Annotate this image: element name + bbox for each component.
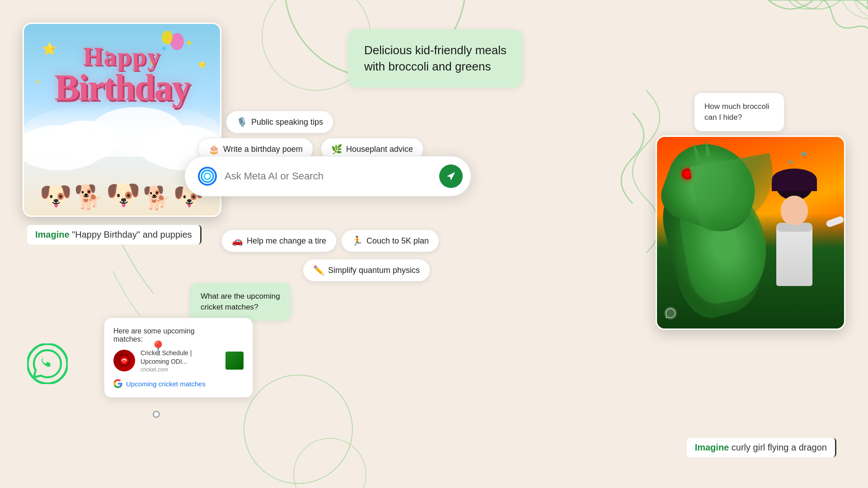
search-bar xyxy=(184,156,471,197)
pill-quantum[interactable]: ✏️ Simplify quantum physics xyxy=(303,259,430,282)
broccoli-chat-bubble: How much broccoli can I hide? xyxy=(694,93,784,131)
star-decoration-3: ⭐ xyxy=(197,60,206,69)
pill-public-speaking[interactable]: 🎙️ Public speaking tips xyxy=(226,111,333,133)
watermark xyxy=(664,306,677,322)
svg-point-3 xyxy=(294,438,366,488)
imagine-dragon-caption: Imagine curly girl flying a dragon xyxy=(687,438,836,457)
pill-label-couch-5k: Couch to 5K plan xyxy=(366,236,429,246)
google-link-label: Upcoming cricket matches xyxy=(126,380,206,388)
cricket-google-link[interactable]: Upcoming cricket matches xyxy=(113,379,244,388)
puppy-3: 🐶 xyxy=(106,178,141,211)
puppy-1: 🐶 xyxy=(39,180,72,211)
car-icon: 🚗 xyxy=(232,235,243,246)
cricket-result-card: Here are some upcomingmatches: Cricket S… xyxy=(104,318,253,398)
meta-ai-logo xyxy=(197,166,217,186)
result-thumbnail xyxy=(225,352,244,370)
google-icon xyxy=(113,379,122,388)
puzzle-decoration xyxy=(719,0,868,108)
svg-point-9 xyxy=(122,358,127,363)
puppy-2: 🐕 xyxy=(74,183,103,211)
pencil-icon: ✏️ xyxy=(313,265,324,276)
svg-point-5 xyxy=(202,170,213,182)
cricket-query-text: What are the upcomingcricket matches? xyxy=(201,292,280,311)
cricket-intro-text: Here are some upcomingmatches: xyxy=(113,327,244,343)
pill-label-quantum: Simplify quantum physics xyxy=(328,266,420,275)
imagine-birthday-caption: Imagine "Happy Birthday" and puppies xyxy=(27,225,202,244)
cricket-result-url: cricket.com xyxy=(141,366,220,373)
pill-label-public-speaking: Public speaking tips xyxy=(251,117,323,127)
imagine-word-birthday: Imagine xyxy=(35,230,70,239)
meals-text: Delicious kid-friendly mealswith broccol… xyxy=(364,43,507,73)
pill-label-houseplant: Houseplant advice xyxy=(346,145,413,154)
search-submit-button[interactable] xyxy=(439,164,463,188)
cricket-logo xyxy=(113,350,135,371)
svg-point-6 xyxy=(204,173,211,179)
pill-label-change-tire: Help me change a tire xyxy=(247,236,326,246)
cricket-result-item[interactable]: Cricket Schedule | Upcoming ODI... crick… xyxy=(113,349,244,373)
pill-couch-5k[interactable]: 🏃 Couch to 5K plan xyxy=(341,230,439,252)
whatsapp-icon[interactable] xyxy=(27,343,68,384)
location-pin-top: 📍 xyxy=(149,340,167,357)
pill-label-birthday-poem: Write a birthday poem xyxy=(223,145,303,154)
runner-icon: 🏃 xyxy=(352,235,363,246)
broccoli-text: How much broccoli can I hide? xyxy=(704,102,769,122)
birthday-text: Birthday xyxy=(55,71,189,104)
meals-chat-bubble: Delicious kid-friendly mealswith broccol… xyxy=(348,29,523,88)
location-dot xyxy=(153,411,160,418)
imagine-rest-birthday: "Happy Birthday" and puppies xyxy=(70,230,192,239)
pill-change-tire[interactable]: 🚗 Help me change a tire xyxy=(221,230,337,252)
imagine-rest-dragon: curly girl flying a dragon xyxy=(729,442,827,452)
imagine-word-dragon: Imagine xyxy=(695,442,729,452)
svg-point-2 xyxy=(244,375,352,483)
puppy-4: 🐕 xyxy=(143,185,171,211)
dragon-image-card: 🐦 🐦 xyxy=(656,136,845,330)
plant-icon: 🌿 xyxy=(331,144,343,155)
cake-icon: 🎂 xyxy=(208,144,220,155)
microphone-icon: 🎙️ xyxy=(236,117,248,127)
cricket-query-bubble: What are the upcomingcricket matches? xyxy=(190,283,291,321)
star-decoration-4: ✦ xyxy=(35,78,41,85)
search-input[interactable] xyxy=(225,170,432,182)
search-container xyxy=(184,156,471,197)
